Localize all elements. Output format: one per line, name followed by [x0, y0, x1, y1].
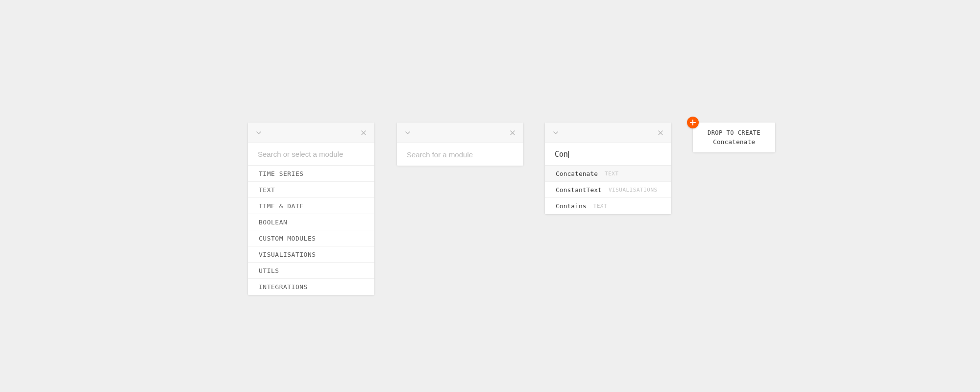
close-icon[interactable] — [509, 129, 516, 137]
category-item[interactable]: UTILS — [248, 263, 374, 279]
panel-header — [397, 122, 523, 143]
search-results: Concatenate TEXT ConstantText VISUALISAT… — [545, 166, 671, 214]
module-picker-collapsed — [397, 122, 523, 166]
close-icon[interactable] — [657, 129, 664, 137]
result-name: Concatenate — [556, 170, 598, 177]
category-item[interactable]: CUSTOM MODULES — [248, 230, 374, 246]
module-picker-searching: Con Concatenate TEXT ConstantText VISUAL… — [545, 122, 671, 214]
close-icon[interactable] — [360, 129, 368, 137]
category-item[interactable]: VISUALISATIONS — [248, 246, 374, 263]
chevron-down-icon[interactable] — [552, 129, 560, 137]
drop-module-name: Concatenate — [698, 138, 770, 146]
chevron-down-icon[interactable] — [255, 129, 263, 137]
module-search-input[interactable] — [407, 150, 514, 159]
panel-header — [248, 122, 374, 143]
category-item[interactable]: INTEGRATIONS — [248, 279, 374, 295]
result-name: ConstantText — [556, 186, 602, 194]
result-category: VISUALISATIONS — [609, 187, 658, 193]
category-item[interactable]: TEXT — [248, 182, 374, 198]
module-search-input[interactable]: Con — [555, 150, 568, 159]
plus-icon — [687, 117, 699, 128]
category-item[interactable]: BOOLEAN — [248, 214, 374, 230]
category-list[interactable]: TIME SERIES TEXT TIME & DATE BOOLEAN CUS… — [248, 166, 374, 295]
search-row — [248, 143, 374, 166]
search-row — [397, 143, 523, 166]
category-item[interactable]: TIME & DATE — [248, 198, 374, 214]
search-result-item[interactable]: ConstantText VISUALISATIONS — [545, 182, 671, 198]
search-result-item[interactable]: Contains TEXT — [545, 198, 671, 214]
category-item[interactable]: TIME SERIES — [248, 166, 374, 182]
module-search-input[interactable] — [258, 150, 365, 158]
result-category: TEXT — [593, 203, 608, 209]
search-row: Con — [545, 143, 671, 166]
module-picker-expanded: TIME SERIES TEXT TIME & DATE BOOLEAN CUS… — [248, 122, 374, 295]
result-name: Contains — [556, 202, 587, 210]
chevron-down-icon[interactable] — [404, 129, 412, 137]
result-category: TEXT — [605, 171, 619, 177]
drop-label: DROP TO CREATE — [698, 129, 770, 136]
search-result-item[interactable]: Concatenate TEXT — [545, 166, 671, 182]
panel-header — [545, 122, 671, 143]
drop-to-create-card[interactable]: DROP TO CREATE Concatenate — [693, 122, 775, 152]
